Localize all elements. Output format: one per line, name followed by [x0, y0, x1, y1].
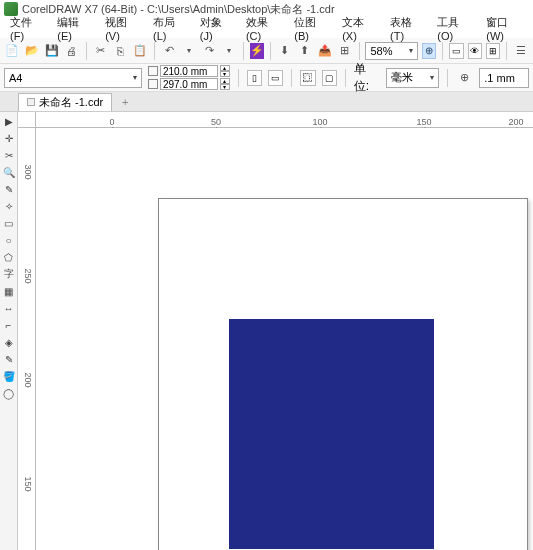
effects-tool-icon[interactable]: ◈: [2, 335, 16, 349]
menu-item[interactable]: 位图(B): [290, 13, 332, 44]
shape-tool-icon[interactable]: ✛: [2, 131, 16, 145]
work-area: ▶ ✛ ✂ 🔍 ✎ ✧ ▭ ○ ⬠ 字 ▦ ↔ ⌐ ◈ ✎ 🪣 ◯ 050100…: [0, 112, 533, 550]
document-tabs: 未命名 -1.cdr +: [0, 92, 533, 112]
width-icon: [148, 66, 158, 76]
polygon-tool-icon[interactable]: ⬠: [2, 250, 16, 264]
text-tool-icon[interactable]: 字: [2, 267, 16, 281]
menu-item[interactable]: 窗口(W): [482, 13, 527, 44]
outline-tool-icon[interactable]: ◯: [2, 386, 16, 400]
unit-combo[interactable]: 毫米: [386, 68, 440, 88]
new-icon[interactable]: 📄: [4, 42, 20, 60]
paper-size-combo[interactable]: A4: [4, 68, 142, 88]
undo-icon[interactable]: ↶: [161, 42, 177, 60]
options-icon[interactable]: ⊞: [486, 43, 500, 59]
smart-tool-icon[interactable]: ✧: [2, 199, 16, 213]
ruler-tick: 250: [23, 268, 33, 283]
page-width-input[interactable]: [160, 65, 218, 77]
property-bar: A4 ▴▾ ▴▾ ▯ ▭ ⿴ ▢ 单位: 毫米 ⊕ .1 mm: [0, 64, 533, 92]
page: [158, 198, 528, 550]
nudge-icon: ⊕: [456, 69, 473, 87]
ruler-tick: 150: [416, 117, 431, 127]
menu-item[interactable]: 工具(O): [433, 13, 476, 44]
vertical-ruler[interactable]: 300250200150100: [18, 128, 36, 550]
page-dimensions: ▴▾ ▴▾: [148, 65, 230, 91]
print-icon[interactable]: 🖨: [64, 42, 80, 60]
macro-icon[interactable]: ⚡: [250, 43, 264, 59]
redo-dropdown-icon[interactable]: ▾: [221, 42, 237, 60]
horizontal-ruler[interactable]: 050100150200: [36, 112, 533, 128]
export-icon[interactable]: ⬆: [297, 42, 313, 60]
blue-rectangle-shape[interactable]: [229, 319, 434, 549]
import-icon[interactable]: ⬇: [277, 42, 293, 60]
height-spinner[interactable]: ▴▾: [220, 78, 230, 90]
current-page-icon[interactable]: ▢: [322, 70, 337, 86]
ellipse-tool-icon[interactable]: ○: [2, 233, 16, 247]
menu-item[interactable]: 表格(T): [386, 13, 427, 44]
ruler-tick: 150: [23, 476, 33, 491]
canvas: 050100150200 300250200150100: [18, 112, 533, 550]
all-pages-icon[interactable]: ⿴: [300, 70, 315, 86]
portrait-button[interactable]: ▯: [247, 70, 262, 86]
publish-icon[interactable]: 📤: [317, 42, 333, 60]
menu-item[interactable]: 对象(J): [196, 13, 236, 44]
zoom-tool-icon[interactable]: 🔍: [2, 165, 16, 179]
snap-button[interactable]: ⊕: [422, 43, 436, 59]
nudge-input[interactable]: .1 mm: [479, 68, 529, 88]
view-icon[interactable]: 👁: [468, 43, 482, 59]
pick-tool-icon[interactable]: ▶: [2, 114, 16, 128]
full-screen-icon[interactable]: ▭: [449, 43, 463, 59]
paste-icon[interactable]: 📋: [132, 42, 148, 60]
menu-bar: 文件(F)编辑(E)视图(V)布局(L)对象(J)效果(C)位图(B)文本(X)…: [0, 18, 533, 38]
help-icon[interactable]: ☰: [513, 42, 529, 60]
ruler-tick: 50: [211, 117, 221, 127]
landscape-button[interactable]: ▭: [268, 70, 283, 86]
open-icon[interactable]: 📂: [24, 42, 40, 60]
menu-item[interactable]: 效果(C): [242, 13, 284, 44]
menu-item[interactable]: 编辑(E): [53, 13, 95, 44]
fill-tool-icon[interactable]: 🪣: [2, 369, 16, 383]
zoom-combo[interactable]: 58%: [365, 42, 417, 60]
eyedropper-tool-icon[interactable]: ✎: [2, 352, 16, 366]
document-tab[interactable]: 未命名 -1.cdr: [18, 93, 112, 111]
app-launcher-icon[interactable]: ⊞: [337, 42, 353, 60]
ruler-tick: 300: [23, 164, 33, 179]
menu-item[interactable]: 布局(L): [149, 13, 190, 44]
save-icon[interactable]: 💾: [44, 42, 60, 60]
page-height-input[interactable]: [160, 78, 218, 90]
add-tab-button[interactable]: +: [116, 93, 134, 111]
ruler-origin[interactable]: [18, 112, 36, 128]
ruler-tick: 0: [109, 117, 114, 127]
connector-tool-icon[interactable]: ⌐: [2, 318, 16, 332]
dimension-tool-icon[interactable]: ↔: [2, 301, 16, 315]
ruler-tick: 100: [312, 117, 327, 127]
menu-item[interactable]: 文本(X): [338, 13, 380, 44]
tab-doc-icon: [27, 98, 35, 106]
rectangle-tool-icon[interactable]: ▭: [2, 216, 16, 230]
freehand-tool-icon[interactable]: ✎: [2, 182, 16, 196]
tab-label: 未命名 -1.cdr: [39, 95, 103, 110]
width-spinner[interactable]: ▴▾: [220, 65, 230, 77]
ruler-tick: 200: [508, 117, 523, 127]
redo-icon[interactable]: ↷: [201, 42, 217, 60]
ruler-tick: 200: [23, 372, 33, 387]
cut-icon[interactable]: ✂: [93, 42, 109, 60]
unit-label: 单位:: [354, 61, 380, 95]
menu-item[interactable]: 文件(F): [6, 13, 47, 44]
copy-icon[interactable]: ⎘: [113, 42, 129, 60]
undo-dropdown-icon[interactable]: ▾: [181, 42, 197, 60]
table-tool-icon[interactable]: ▦: [2, 284, 16, 298]
viewport[interactable]: [36, 128, 533, 550]
toolbox-left1: ▶ ✛ ✂ 🔍 ✎ ✧ ▭ ○ ⬠ 字 ▦ ↔ ⌐ ◈ ✎ 🪣 ◯: [0, 112, 18, 550]
crop-tool-icon[interactable]: ✂: [2, 148, 16, 162]
height-icon: [148, 79, 158, 89]
menu-item[interactable]: 视图(V): [101, 13, 143, 44]
